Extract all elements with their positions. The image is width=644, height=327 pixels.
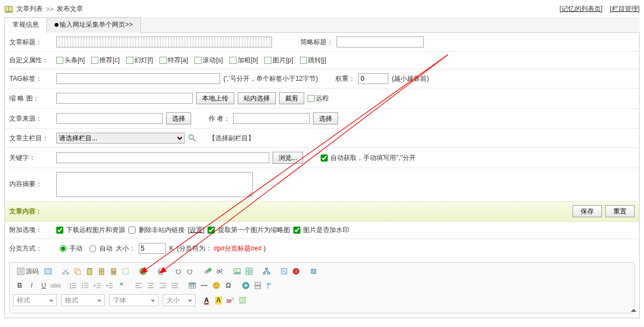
radio-manual[interactable]: 手动 (56, 244, 82, 253)
align-right-icon[interactable] (157, 280, 168, 291)
paging-note: (分页符为： #p#分页标题#e# ) (177, 244, 266, 253)
ul-icon[interactable] (80, 280, 91, 291)
template-icon[interactable] (237, 295, 248, 306)
thumb-input[interactable] (56, 93, 193, 104)
source-button[interactable]: 源码 (14, 266, 42, 277)
page-break-icon[interactable] (252, 280, 263, 291)
attr-jump[interactable]: 跳转[j] (300, 56, 326, 65)
bold-icon[interactable]: B (14, 280, 25, 291)
tab-general[interactable]: 常规信息 (4, 17, 47, 33)
paste-icon[interactable] (84, 266, 95, 277)
dd-font[interactable]: 字体 (109, 294, 158, 306)
summary-input[interactable] (56, 172, 253, 197)
table-icon[interactable] (187, 280, 198, 291)
cb-del-link[interactable]: 删除非站内链接 (128, 225, 184, 235)
align-left-icon[interactable] (133, 280, 144, 291)
image-group-icon[interactable] (244, 266, 255, 277)
magnifier-icon[interactable] (188, 134, 197, 142)
redo-icon[interactable] (185, 266, 196, 277)
special-char-icon[interactable]: Ω (223, 280, 234, 291)
attr-special[interactable]: 特荐[a] (159, 56, 188, 65)
paste-text-icon[interactable]: T (96, 266, 107, 277)
text-color-icon[interactable]: A (201, 295, 212, 306)
attr-scroll[interactable]: 滚动[s] (194, 56, 223, 65)
cb-watermark[interactable]: 图片是否加水印 (293, 225, 349, 235)
size-input[interactable] (139, 243, 166, 254)
unlink-icon[interactable] (214, 266, 225, 277)
radio-auto[interactable]: 自动 (86, 244, 112, 253)
undo-icon[interactable] (173, 266, 184, 277)
link-column-manage[interactable]: [栏目管理] (610, 5, 640, 13)
emoji-icon[interactable] (211, 280, 222, 291)
dd-format[interactable]: 格式 (61, 294, 105, 306)
align-justify-icon[interactable] (169, 280, 180, 291)
italic-icon[interactable]: I (26, 280, 37, 291)
sitemap-icon[interactable] (261, 266, 272, 277)
main-column-select[interactable]: 请选择栏目... (56, 133, 185, 144)
bg-color-icon[interactable]: A (213, 295, 224, 306)
cb-remote[interactable]: 远程 (308, 94, 329, 103)
dd-style[interactable]: 样式 (13, 294, 57, 306)
outdent-icon[interactable] (92, 280, 103, 291)
weight-input[interactable] (358, 73, 388, 84)
short-title-input[interactable] (336, 37, 424, 47)
align-center-icon[interactable] (145, 280, 156, 291)
video-icon[interactable] (240, 280, 251, 291)
hr-icon[interactable] (199, 280, 210, 291)
indent-icon[interactable] (104, 280, 115, 291)
label-paging: 分页方式： (9, 244, 53, 253)
btn-crop[interactable]: 裁剪 (279, 92, 304, 104)
attachment-icon[interactable] (279, 266, 289, 277)
cb-auto-keywords[interactable]: 自动获取，手动填写用","分开 (321, 153, 416, 163)
row-extra: 附加选项： 下载远程图片和资源 删除非站内链接 [设置] 提取第一个图片为缩略图… (5, 222, 639, 239)
btn-author-select[interactable]: 选择 (313, 112, 338, 124)
reset-button[interactable]: 重置 (605, 205, 635, 217)
flash-icon[interactable]: f (291, 266, 302, 277)
clear-format-icon[interactable] (225, 295, 236, 306)
flag-icon[interactable] (264, 280, 275, 291)
expand-toolbar-icon[interactable] (631, 306, 636, 312)
dd-size[interactable]: 大小 (163, 294, 196, 306)
underline-icon[interactable]: U (38, 280, 49, 291)
quote-icon[interactable]: ❝ (116, 280, 127, 291)
attr-bold[interactable]: 加粗[b] (229, 56, 258, 65)
cut-icon[interactable] (60, 266, 71, 277)
link-memory-list[interactable]: [记忆的列表页] (559, 5, 602, 13)
source-input[interactable] (56, 113, 163, 124)
btn-local-upload[interactable]: 本地上传 (196, 92, 234, 104)
author-input[interactable] (233, 113, 310, 124)
globe-icon[interactable] (138, 266, 149, 277)
svg-point-81 (217, 284, 218, 285)
link-setting[interactable]: [设置] (188, 225, 205, 235)
link-sub-column[interactable]: 【选择副栏目】 (209, 134, 255, 143)
label-short-title: 简略标题： (300, 38, 333, 47)
preview-icon[interactable] (43, 266, 54, 277)
title-input[interactable] (56, 37, 272, 47)
link-icon[interactable] (202, 266, 213, 277)
btn-browse[interactable]: 浏览... (273, 152, 303, 164)
cb-first-img[interactable]: 提取第一个图片为缩略图 (208, 225, 289, 235)
breadcrumb-list[interactable]: 文章列表 (16, 4, 43, 14)
attr-slide[interactable]: 幻灯[f] (126, 56, 153, 65)
select-all-icon[interactable] (120, 266, 131, 277)
btn-site-select[interactable]: 站内选择 (238, 92, 276, 104)
tag-input[interactable] (56, 73, 220, 84)
row-main-column: 文章主栏目： 请选择栏目... 【选择副栏目】 (5, 129, 639, 148)
svg-rect-21 (159, 269, 162, 271)
keywords-input[interactable] (56, 152, 269, 163)
save-button[interactable]: 保存 (572, 205, 602, 217)
btn-source-select[interactable]: 选择 (166, 112, 191, 124)
attr-recommend[interactable]: 推荐[c] (91, 56, 120, 65)
attr-headline[interactable]: 头条[h] (56, 56, 85, 65)
cb-dl-remote[interactable]: 下载远程图片和资源 (56, 225, 125, 235)
image-icon[interactable] (232, 266, 243, 277)
ol-icon[interactable]: 123 (68, 280, 79, 291)
print-icon[interactable] (155, 266, 166, 277)
attr-image[interactable]: 图片[p] (264, 56, 293, 65)
breadcrumb-row: 文章列表 >> 发布文章 [记忆的列表页] [栏目管理] (4, 4, 640, 14)
tab-collect[interactable]: 输入网址采集单个网页>> (46, 17, 141, 33)
strike-icon[interactable]: abc (50, 280, 61, 291)
accessory-icon[interactable] (308, 266, 319, 277)
paste-word-icon[interactable]: W (108, 266, 119, 277)
copy-icon[interactable] (72, 266, 83, 277)
